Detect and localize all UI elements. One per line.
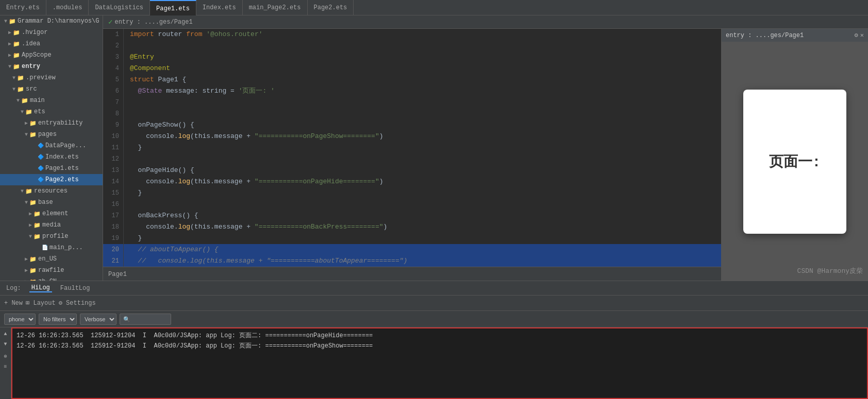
checkmark-icon: ✓: [108, 18, 112, 26]
tree-item-ets[interactable]: ▼ 📁 ets: [0, 106, 103, 117]
code-line-12: 12: [103, 153, 721, 165]
tree-item-element[interactable]: ▶ 📁 element: [0, 208, 103, 219]
folder-icon: 📁: [17, 86, 24, 93]
preview-icon-close[interactable]: ✕: [860, 31, 864, 39]
tree-item-entry[interactable]: ▼ 📁 entry: [0, 61, 103, 72]
tree-file-datapage[interactable]: 🔷 DataPage...: [0, 140, 103, 151]
code-editor[interactable]: 1 import router from '@ohos.router' 2 3 …: [103, 29, 721, 281]
tab-index-ets[interactable]: Index.ets: [196, 0, 243, 15]
tree-item-resources[interactable]: ▼ 📁 resources: [0, 185, 103, 197]
tree-item-entryability[interactable]: ▶ 📁 entryability: [0, 117, 103, 129]
log-line-1: 12-26 16:26:23.565 125912-91204 I A0c0d0…: [16, 331, 863, 341]
tab-page2-ets[interactable]: Page2.ets: [308, 0, 354, 15]
tree-item-label: profile: [42, 233, 68, 240]
code-line-17: 17 onBackPress() {: [103, 210, 721, 221]
log-tab-log[interactable]: Log:: [4, 285, 23, 292]
log-content[interactable]: 12-26 16:26:23.565 125912-91204 I A0c0d0…: [11, 327, 868, 399]
folder-icon: 📁: [29, 131, 37, 138]
tree-item-base[interactable]: ▼ 📁 base: [0, 197, 103, 208]
tree-root-grammar[interactable]: ▼ 📁 Grammar D:\harmonyos\G: [0, 15, 103, 27]
device-select[interactable]: phone: [4, 314, 36, 325]
code-line-20: 20 // aboutToAppear() {: [103, 244, 721, 255]
preview-page-text: 页面一:: [769, 152, 821, 171]
tab-main-page2[interactable]: main_Page2.ets: [243, 0, 308, 15]
tree-file-mainp[interactable]: 📄 main_p...: [0, 242, 103, 253]
tree-item-hvigor[interactable]: ▶ 📁 .hvigor: [0, 27, 103, 38]
main-area: ▼ 📁 Grammar D:\harmonyos\G ▶ 📁 .hvigor ▶…: [0, 15, 868, 281]
log-tab-faultlog[interactable]: FaultLog: [58, 285, 92, 292]
folder-icon: 📁: [13, 52, 20, 59]
log-main-row: ▲ ▼ ⊗ ≡ 12-26 16:26:23.565 125912-91204 …: [0, 327, 868, 399]
folder-icon: 📁: [29, 199, 37, 206]
tree-file-page1-ets[interactable]: 🔷 Page1.ets: [0, 163, 103, 174]
chevron-icon: ▶: [8, 52, 11, 58]
filter-button[interactable]: ≡: [2, 362, 10, 371]
tree-item-label: Page2.ets: [45, 176, 79, 183]
log-left-controls: ▲ ▼ ⊗ ≡: [0, 327, 11, 399]
tree-item-appscope[interactable]: ▶ 📁 AppScope: [0, 49, 103, 61]
tree-item-zh-cn[interactable]: ▶ 📁 zh_CN: [0, 276, 103, 281]
tree-item-label: .preview: [26, 74, 56, 81]
folder-icon: 📁: [21, 97, 28, 104]
tabs-bar: Entry.ets .modules DataLogistics Page1.e…: [0, 0, 868, 15]
new-button[interactable]: + New: [4, 300, 23, 307]
chevron-icon: ▼: [16, 98, 20, 103]
tree-item-preview[interactable]: ▼ 📁 .preview: [0, 72, 103, 83]
folder-icon: 📁: [13, 29, 20, 36]
tab-page1-ets[interactable]: Page1.ets: [150, 0, 196, 15]
tab-datalogistics[interactable]: DataLogistics: [89, 0, 150, 15]
tree-item-label: main_p...: [49, 244, 83, 251]
verbose-select[interactable]: Verbose: [80, 314, 116, 325]
code-line-8: 8: [103, 108, 721, 119]
preview-header-text: entry : ....ges/Page1: [726, 32, 804, 39]
chevron-icon: ▼: [21, 188, 24, 194]
tree-item-label: base: [38, 199, 53, 206]
tree-item-label: DataPage...: [45, 142, 86, 149]
tree-item-label: entry: [22, 63, 40, 70]
tab-modules[interactable]: .modules: [46, 0, 89, 15]
clear-button[interactable]: ⊗: [2, 352, 10, 360]
settings-button[interactable]: ⚙ Settings: [59, 299, 96, 307]
tree-item-main[interactable]: ▼ 📁 main: [0, 95, 103, 106]
code-line-3: 3 @Entry: [103, 51, 721, 63]
file-icon: 📄: [42, 245, 48, 251]
scroll-down-button[interactable]: ▼: [2, 340, 10, 348]
scroll-up-button[interactable]: ▲: [2, 329, 10, 338]
log-filter-row: phone No filters Verbose: [0, 311, 868, 327]
log-tab-hilog[interactable]: HiLog: [29, 284, 52, 292]
tree-item-idea[interactable]: ▶ 📁 .idea: [0, 38, 103, 49]
tree-item-rawfile[interactable]: ▶ 📁 rawfile: [0, 265, 103, 276]
tree-item-src[interactable]: ▼ 📁 src: [0, 83, 103, 95]
folder-icon: 📁: [17, 75, 24, 81]
file-icon: 🔷: [38, 177, 44, 183]
preview-header-icons: ⚙ ✕: [855, 31, 864, 39]
tree-item-label: media: [42, 221, 61, 229]
tree-item-media[interactable]: ▶ 📁 media: [0, 219, 103, 231]
code-line-4: 4 @Component: [103, 63, 721, 74]
folder-icon: 📁: [29, 120, 37, 127]
tree-item-en-us[interactable]: ▶ 📁 en_US: [0, 253, 103, 265]
chevron-icon: ▼: [12, 86, 15, 92]
tree-file-index-ets[interactable]: 🔷 Index.ets: [0, 151, 103, 163]
tree-item-label: Grammar D:\harmonyos\G: [18, 18, 99, 25]
file-tree-sidebar: ▼ 📁 Grammar D:\harmonyos\G ▶ 📁 .hvigor ▶…: [0, 15, 103, 281]
log-search-input[interactable]: [120, 314, 171, 325]
chevron-icon: ▶: [8, 41, 11, 47]
tree-item-pages[interactable]: ▼ 📁 pages: [0, 129, 103, 140]
code-line-6: 6 @State message: string = '页面一: ': [103, 85, 721, 97]
tree-file-page2-ets[interactable]: 🔷 Page2.ets: [0, 174, 103, 185]
editor-filename-tab: Page1: [103, 267, 721, 281]
chevron-icon: ▼: [25, 200, 28, 205]
code-line-10: 10 console.log(this.message + "=========…: [103, 131, 721, 142]
tree-item-profile[interactable]: ▼ 📁 profile: [0, 231, 103, 242]
watermark: CSDN @Harmony皮柴: [797, 266, 863, 275]
preview-phone-frame: 页面一: CSDN @Harmony皮柴: [722, 42, 868, 281]
code-line-14: 14 console.log(this.message + "=========…: [103, 176, 721, 187]
folder-icon: 📁: [34, 233, 41, 240]
layout-button[interactable]: ⊞ Layout: [26, 299, 56, 307]
tab-entry-ets[interactable]: Entry.ets: [0, 0, 46, 15]
preview-icon-settings[interactable]: ⚙: [855, 31, 858, 39]
tree-item-label: resources: [34, 187, 68, 195]
no-filters-select[interactable]: No filters: [39, 314, 77, 325]
folder-icon: 📁: [25, 188, 32, 195]
